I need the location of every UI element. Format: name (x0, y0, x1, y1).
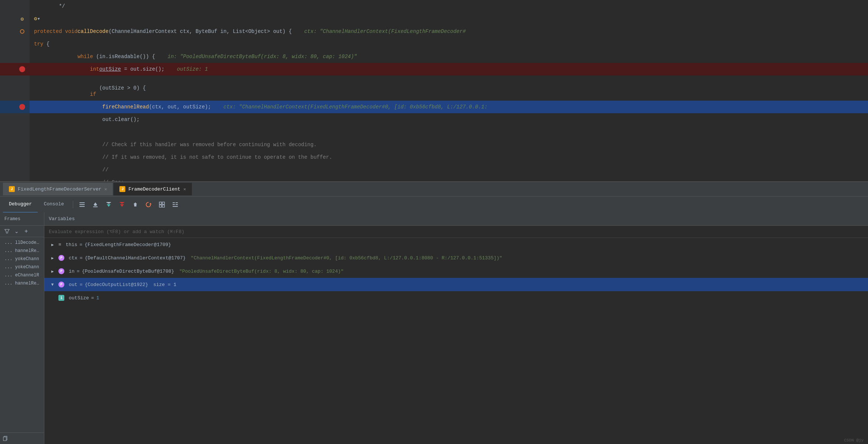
code-line: */ (0, 0, 868, 13)
evaluate-icon (159, 201, 165, 208)
reset-icon (145, 201, 152, 208)
tab-frame-decoder[interactable]: J FrameDecoderClient ✕ (113, 183, 192, 195)
step-into-btn[interactable] (103, 199, 115, 210)
code-line: // See: (0, 176, 868, 181)
watermark: CSDN @jy (844, 438, 864, 443)
frame-item[interactable]: ... yokeChann (0, 263, 44, 271)
code-content: // If it was removed, it is not safe to … (30, 151, 868, 164)
step-over-btn[interactable] (116, 199, 128, 210)
var-extra: "ChannelHandlerContext(FixedLengthFrameD… (191, 255, 502, 261)
svg-rect-22 (176, 204, 178, 205)
var-extra: size = 1 (153, 282, 176, 287)
svg-rect-26 (3, 437, 6, 441)
expand-area: ▶ (49, 282, 56, 287)
step-out-btn[interactable] (89, 199, 101, 210)
add-watch-btn[interactable]: + (22, 227, 30, 235)
expand-area: ▶ (49, 256, 56, 260)
expand-icon: ⌄ (14, 228, 19, 234)
var-row-this[interactable]: ▶ ≡ this = {FixedLengthFrameDecoder@1709… (44, 238, 868, 251)
tab-close-btn[interactable]: ✕ (183, 186, 186, 192)
var-eq: = (79, 242, 82, 248)
expand-area: ▶ (49, 269, 56, 274)
var-row-ctx[interactable]: ▶ P ctx = {DefaultChannelHandlerContext@… (44, 251, 868, 265)
code-editor: */ ⚙ ⚙▾ protected void callDecode(Channe… (0, 0, 868, 181)
gutter (0, 75, 30, 88)
evaluate-btn[interactable] (156, 199, 168, 210)
resume-btn[interactable] (129, 199, 141, 210)
variables-list: ▶ ≡ this = {FixedLengthFrameDecoder@1709… (44, 238, 868, 444)
var-row-outsize[interactable]: i outSize = 1 (44, 291, 868, 305)
svg-rect-10 (121, 203, 123, 204)
frames-toolbar: ⌄ + (0, 226, 44, 237)
breakpoint-icon (19, 66, 25, 72)
variables-label: Variables (49, 216, 75, 222)
tab-console[interactable]: Console (38, 196, 70, 213)
debug-step-icon (20, 29, 24, 34)
eval-placeholder: Evaluate expression (⌥F8) or add a watch… (49, 229, 184, 235)
frames-label: Frames (4, 216, 20, 222)
threads-btn[interactable] (76, 199, 88, 210)
frames-bottom-toolbar (0, 433, 44, 444)
variables-header: Variables (44, 212, 868, 226)
code-line: ⚙ ⚙▾ (0, 13, 868, 25)
settings-btn[interactable] (169, 199, 181, 210)
var-row-in[interactable]: ▶ P in = {PooledUnsafeDirectByteBuf@1708… (44, 265, 868, 278)
code-content: int outSize = out.size(); outSize: 1 (30, 63, 868, 75)
code-line: out.clear(); (0, 113, 868, 126)
code-content (30, 75, 868, 88)
svg-rect-13 (134, 204, 136, 206)
frame-item[interactable]: ... eChannelR (0, 271, 44, 279)
gutter-icon: ⚙ (18, 16, 27, 22)
copy-icon (3, 436, 8, 441)
svg-rect-7 (108, 203, 110, 204)
tab-debugger[interactable]: Debugger (3, 196, 38, 213)
frame-item[interactable]: ... llDecode:4 (0, 239, 44, 247)
copy-stack-btn[interactable] (1, 434, 10, 443)
gutter (0, 63, 30, 75)
gutter (0, 101, 30, 113)
filter-btn[interactable] (3, 227, 11, 235)
var-eq: = (91, 295, 94, 301)
reset-btn[interactable] (143, 199, 155, 210)
debug-tabs: Debugger Console (3, 196, 70, 213)
p-icon: P (58, 268, 64, 274)
debug-toolbar: Debugger Console (0, 196, 868, 212)
p-icon: P (58, 255, 64, 261)
tab-label: FixedLengthFrameDecoderServer (18, 186, 101, 192)
tab-close-btn[interactable]: ✕ (104, 186, 107, 192)
threads-icon (79, 201, 85, 208)
java-file-icon: J (9, 186, 15, 192)
eval-bar[interactable]: Evaluate expression (⌥F8) or add a watch… (44, 226, 868, 238)
svg-marker-12 (133, 202, 137, 204)
code-content: fireChannelRead(ctx, out, outSize); ctx:… (30, 101, 868, 113)
gutter (0, 138, 30, 151)
svg-rect-23 (173, 206, 178, 207)
code-content (30, 126, 868, 138)
code-content: if (outSize > 0) { (30, 88, 868, 101)
gutter (0, 38, 30, 50)
var-row-out[interactable]: ▶ P out = {CodecOutputList@1922} size = … (44, 278, 868, 291)
resume-icon (132, 201, 139, 208)
teal-icon: i (58, 295, 64, 301)
frame-item[interactable]: ... hannelRead (0, 247, 44, 255)
var-eq: = (77, 269, 80, 274)
debug-panel: Frames ⌄ + ... llDecode:4 ... hannelRead… (0, 212, 868, 444)
code-content: // Check if this handler was removed bef… (30, 138, 868, 151)
svg-rect-4 (94, 205, 96, 206)
var-eq: = (79, 255, 82, 261)
svg-marker-14 (149, 203, 152, 204)
code-content: // (30, 164, 868, 176)
frames-header: Frames (0, 212, 44, 226)
tab-fixed-length[interactable]: J FixedLengthFrameDecoderServer ✕ (3, 183, 113, 195)
svg-marker-3 (94, 202, 97, 205)
frame-item[interactable]: ... hannelRead (0, 279, 44, 287)
svg-rect-0 (79, 202, 85, 203)
svg-marker-8 (107, 204, 111, 207)
expand-frames-btn[interactable]: ⌄ (13, 227, 21, 235)
list-icon: ≡ (58, 242, 61, 248)
tab-label: FrameDecoderClient (128, 186, 180, 192)
frame-item[interactable]: ... yokeChann (0, 255, 44, 263)
expand-arrow-icon: ▶ (51, 269, 54, 274)
code-content: ⚙▾ (30, 13, 868, 25)
svg-rect-9 (120, 202, 124, 203)
